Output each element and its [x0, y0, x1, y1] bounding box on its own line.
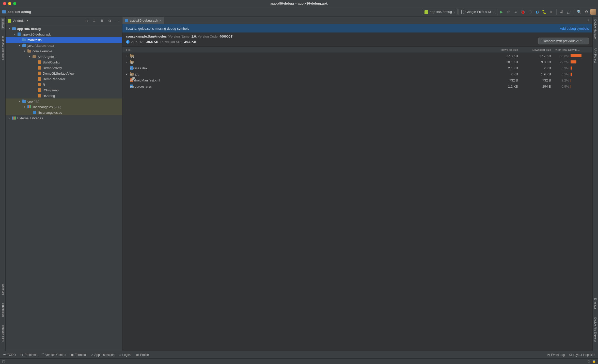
profiler-button[interactable]: ◐ [534, 9, 540, 15]
banner-message: libsanangeles.so is missing debug symbol… [126, 27, 189, 30]
chevron-down-icon [493, 10, 495, 14]
titlebar: app-x86-debug – app-x86-debug.apk [0, 0, 598, 7]
tool-windows-icon[interactable]: ▢ [2, 359, 5, 363]
android-icon [424, 10, 428, 14]
table-row[interactable]: AndroidManifest.xml732 B732 B2.2% [122, 77, 592, 83]
maximize-window[interactable] [13, 2, 16, 5]
tab-logcat[interactable]: ≡Logcat [119, 353, 132, 357]
tab-layout-inspector[interactable]: ⧉Layout Inspector [569, 353, 595, 357]
collapse-all-icon[interactable]: ⇅ [99, 18, 105, 24]
col-file[interactable]: File [122, 48, 487, 51]
col-percent[interactable]: % of Total Downlo... [553, 48, 592, 51]
expand-all-icon[interactable]: ⇵ [92, 18, 97, 24]
chevron-down-icon [453, 10, 455, 14]
table-row[interactable]: ▸META-INF2 KB1.9 KB6.1% [122, 71, 592, 77]
tab-profiler[interactable]: ◐Profiler [136, 353, 150, 357]
avd-button[interactable]: ⬚ [566, 9, 572, 15]
hide-panel-icon[interactable]: — [115, 18, 120, 24]
stop-button[interactable]: ■ [548, 9, 554, 15]
table-row[interactable]: ▸res17.8 KB17.7 KB55.3% [122, 53, 592, 59]
tree-nativelib[interactable]: ▾ libsanangeles (x86) [6, 104, 122, 110]
project-tool-window: Android ▾ ⊕ ⇵ ⇅ ⚙ — ▾ app-x86-debug ▾ ap… [6, 17, 122, 351]
file-icon [125, 19, 128, 22]
project-panel-header: Android ▾ ⊕ ⇵ ⇅ ⚙ — [6, 17, 122, 25]
lock-icon[interactable]: 🔒 [592, 359, 596, 363]
main-toolbar: app-x86-debug app-x86-debug Google Pixel… [0, 7, 598, 17]
run-config-label: app-x86-debug [430, 10, 452, 14]
right-gutter: Device Manager APK Project Emulator Devi… [592, 17, 598, 351]
left-tab-build-variants[interactable]: Build Variants [1, 324, 5, 344]
run-config-combo[interactable]: app-x86-debug [422, 9, 457, 15]
tree-root[interactable]: ▾ app-x86-debug [6, 26, 122, 31]
user-avatar[interactable] [590, 9, 596, 15]
debug-button[interactable]: 🐞 [520, 9, 526, 15]
tab-event-log[interactable]: ◔Event Log [547, 353, 565, 357]
tree-package[interactable]: ▾ com.example [6, 48, 122, 54]
sync-button[interactable]: ⇵ [559, 9, 565, 15]
project-view-combo[interactable]: Android [13, 19, 25, 23]
android-icon [8, 19, 11, 23]
apk-contents-table: File Raw File Size Download Size % of To… [122, 46, 592, 351]
tree-class-folder[interactable]: ▾ SanAngeles [6, 54, 122, 59]
status-strip: ▢ ⧉ 🔒 [0, 358, 598, 364]
device-label: Google Pixel 4 XL [465, 10, 492, 14]
col-download[interactable]: Download Size [520, 48, 553, 51]
activity-restart-button[interactable]: ≡ [513, 9, 519, 15]
tree-java-file[interactable]: DemoActivity [6, 65, 122, 71]
left-tab-resource-manager[interactable]: Resource Manager [1, 35, 5, 61]
minimize-window[interactable] [8, 2, 11, 5]
tree-java-file[interactable]: DemoRenderer [6, 76, 122, 82]
add-debug-symbols-link[interactable]: Add debug symbols [560, 27, 589, 30]
tab-problems[interactable]: ⊘Problems [20, 353, 37, 357]
right-tab-emulator[interactable]: Emulator [593, 296, 597, 311]
table-row[interactable]: resources.arsc1.2 KB294 B0.9% [122, 83, 592, 89]
tree-manifests[interactable]: ▸ manifests [6, 37, 122, 43]
table-row[interactable]: classes.dex2.1 KB2 KB6.3% [122, 65, 592, 71]
compare-apk-button[interactable]: Compare with previous APK... [538, 38, 589, 44]
phone-icon [461, 10, 464, 14]
right-tab-device-file-explorer[interactable]: Device File Explorer [593, 316, 597, 344]
run-button[interactable]: ▶ [498, 9, 505, 15]
tab-version-control[interactable]: ᛉVersion Control [42, 353, 66, 357]
tree-java-file[interactable]: R$mipmap [6, 87, 122, 93]
editor-tabs-menu[interactable]: ⋮ [585, 17, 592, 24]
close-window[interactable] [3, 2, 6, 5]
tree-cpp[interactable]: ▾ cpp (lib) [6, 98, 122, 104]
left-tab-bookmarks[interactable]: Bookmarks [1, 302, 5, 319]
left-tab-structure[interactable]: Structure [1, 282, 5, 296]
tree-java-file[interactable]: R$string [6, 93, 122, 98]
select-opened-file-icon[interactable]: ⊕ [84, 18, 90, 24]
right-tab-apk-project[interactable]: APK Project [593, 46, 597, 64]
tree-java-file[interactable]: R [6, 82, 122, 87]
project-tree[interactable]: ▾ app-x86-debug ▾ app-x86-debug.apk ▸ ma… [6, 25, 122, 351]
tree-so-file[interactable]: libsanangeles.so [6, 110, 122, 115]
editor-tab-apk[interactable]: app-x86-debug.apk × [122, 17, 164, 24]
table-row[interactable]: ▸lib10.1 KB9.3 KB29.2% [122, 59, 592, 65]
debug-symbols-banner: libsanangeles.so is missing debug symbol… [122, 24, 592, 32]
window-title: app-x86-debug – app-x86-debug.apk [0, 2, 598, 5]
editor-area: app-x86-debug.apk × ⋮ libsanangeles.so i… [122, 17, 592, 351]
settings-button[interactable]: ⚙ [583, 9, 589, 15]
ide-status-icon[interactable]: ⧉ [588, 359, 590, 363]
tree-java-file[interactable]: DemoGLSurfaceView [6, 71, 122, 76]
attach-debugger-button[interactable]: 🐛 [541, 9, 547, 15]
breadcrumb[interactable]: app-x86-debug [8, 10, 31, 14]
tab-terminal[interactable]: ▣Terminal [71, 353, 86, 357]
tree-java[interactable]: ▾ java (classes.dex) [6, 43, 122, 48]
coverage-button[interactable]: ⬡ [527, 9, 533, 15]
tree-java-file[interactable]: BuildConfig [6, 59, 122, 65]
col-raw[interactable]: Raw File Size [487, 48, 520, 51]
tree-external-libs[interactable]: ▸ External Libraries [6, 115, 122, 121]
tab-todo[interactable]: ≔TODO [3, 353, 16, 357]
apply-changes-button[interactable]: ⟳ [506, 9, 512, 15]
bottom-tool-tabs: ≔TODO ⊘Problems ᛉVersion Control ▣Termin… [0, 351, 598, 358]
tree-apk[interactable]: ▾ app-x86-debug.apk [6, 31, 122, 37]
editor-tabs: app-x86-debug.apk × ⋮ [122, 17, 592, 24]
tab-app-inspection[interactable]: ⌕App Inspection [91, 353, 115, 357]
device-combo[interactable]: Google Pixel 4 XL [459, 9, 497, 15]
left-tab-project[interactable]: Project [1, 18, 5, 29]
right-tab-device-manager[interactable]: Device Manager [593, 18, 597, 41]
search-button[interactable]: 🔍 [576, 9, 582, 15]
close-tab-icon[interactable]: × [160, 19, 162, 23]
panel-settings-icon[interactable]: ⚙ [107, 18, 113, 24]
